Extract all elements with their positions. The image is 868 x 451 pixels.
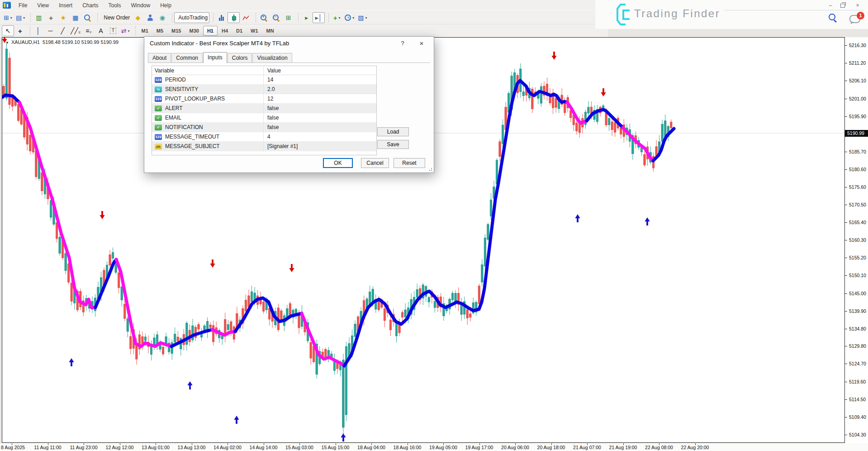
save-button[interactable]: Save [377, 140, 409, 149]
terminal-icon[interactable]: ▦ [69, 12, 81, 23]
tab-visualization[interactable]: Visualization [252, 53, 292, 62]
dialog-close-button[interactable]: × [416, 37, 427, 50]
strategy-tester-icon[interactable] [81, 12, 94, 23]
param-value[interactable]: false [263, 104, 376, 113]
menu-item-view[interactable]: View [32, 0, 54, 10]
timeframe-h4[interactable]: H4 [218, 26, 232, 36]
text-label-icon[interactable]: T [107, 25, 119, 36]
candle-body [327, 350, 329, 356]
timeframe-m15[interactable]: M15 [167, 26, 185, 36]
tab-about[interactable]: About [148, 53, 171, 62]
timeframe-h1[interactable]: H1 [203, 26, 218, 36]
param-value[interactable]: 12 [263, 94, 376, 103]
buy-arrow-icon [646, 221, 648, 226]
horizontal-line-icon[interactable]: ─ [44, 25, 57, 36]
cancel-button[interactable]: Cancel [361, 158, 389, 168]
tab-common[interactable]: Common [171, 53, 203, 62]
equidistant-channel-icon[interactable]: ╱╱E [69, 25, 83, 36]
param-name: EMAIL [165, 115, 181, 121]
periods-icon[interactable]: ▾ [343, 12, 356, 23]
data-window-icon[interactable]: + [45, 12, 57, 23]
new-chart-icon[interactable]: ⊞▾ [2, 12, 14, 23]
param-row-alert[interactable]: ✓ALERTfalse [152, 104, 376, 113]
dialog-resize-grip[interactable] [429, 168, 432, 171]
community-icon[interactable] [144, 12, 156, 23]
autotrading-button[interactable]: AutoTrading [174, 12, 209, 23]
timeframe-w1[interactable]: W1 [247, 26, 262, 36]
text-icon[interactable]: A [95, 25, 107, 36]
market-watch-icon[interactable]: ▥ [33, 12, 45, 23]
price-tick [845, 222, 847, 223]
param-value[interactable]: [Signaler #1] [263, 142, 376, 151]
close-window-button[interactable]: × [852, 2, 863, 9]
bar-chart-icon[interactable] [215, 12, 228, 23]
dialog-help-button[interactable]: ? [397, 37, 408, 50]
candle-body [209, 325, 211, 327]
tab-inputs[interactable]: Inputs [203, 52, 227, 63]
param-type-bool-icon: ✓ [155, 125, 162, 130]
buy-arrow-icon [341, 433, 346, 437]
menu-item-file[interactable]: File [14, 0, 32, 10]
menu-item-insert[interactable]: Insert [54, 0, 77, 10]
chevron-down-icon: ▾ [23, 16, 25, 20]
candlestick-icon[interactable] [228, 12, 240, 23]
line-chart-icon[interactable] [240, 12, 252, 23]
param-row-pivot_lookup_bars[interactable]: 123PIVOT_LOOKUP_BARS12 [152, 94, 376, 104]
timeframe-d1[interactable]: D1 [232, 26, 247, 36]
param-row-message_timeout[interactable]: 123MESSAGE_TIMEOUT4 [152, 132, 376, 142]
templates-icon[interactable]: ▧▾ [356, 12, 369, 23]
auto-scroll-icon[interactable]: ▸ [300, 12, 313, 23]
timeframe-m5[interactable]: M5 [152, 26, 167, 36]
indicators-icon[interactable]: +▾ [331, 12, 343, 23]
param-row-period[interactable]: 123PERIOD14 [152, 75, 376, 85]
param-value[interactable]: 4 [263, 132, 376, 141]
search-icon[interactable] [829, 14, 836, 21]
menu-item-charts[interactable]: Charts [77, 0, 103, 10]
param-type-bool-icon: ✓ [155, 106, 162, 111]
price-tick [845, 116, 847, 117]
reset-button[interactable]: Reset [394, 158, 425, 168]
tile-windows-icon[interactable]: ⊞ [282, 12, 294, 23]
zoom-in-icon[interactable]: + [258, 12, 270, 23]
restore-button[interactable] [840, 4, 845, 8]
minimize-button[interactable]: – [825, 2, 836, 9]
param-value[interactable]: false [263, 113, 376, 122]
crosshair-icon[interactable]: + [14, 25, 26, 36]
param-row-message_subject[interactable]: abMESSAGE_SUBJECT[Signaler #1] [152, 142, 376, 151]
param-row-sensitivity[interactable]: ½SENSITIVITY2.0 [152, 85, 376, 94]
vertical-line-icon[interactable]: │ [32, 25, 44, 36]
param-row-email[interactable]: ✓EMAILfalse [152, 113, 376, 123]
news-icon[interactable]: ◉ [156, 12, 168, 23]
tab-colors[interactable]: Colors [228, 53, 252, 62]
col-value: Value [263, 66, 376, 75]
menu-item-window[interactable]: Window [126, 0, 156, 10]
sell-arrow-icon [602, 88, 604, 93]
navigator-icon[interactable]: ★ [57, 12, 69, 23]
profiles-icon[interactable]: ▤▾ [14, 12, 27, 23]
time-label: 18 Aug 16:00 [394, 445, 422, 450]
timeframe-m1[interactable]: M1 [138, 26, 152, 36]
timeframe-mn[interactable]: MN [262, 26, 278, 36]
param-value[interactable]: 2.0 [263, 85, 376, 94]
fibonacci-icon[interactable]: ≡F [83, 25, 95, 36]
param-name: PIVOT_LOOKUP_BARS [165, 96, 225, 102]
timeframe-m30[interactable]: M30 [185, 26, 203, 36]
trendline-icon[interactable]: ╱ [57, 25, 69, 36]
zoom-out-icon[interactable]: − [270, 12, 282, 23]
param-value[interactable]: false [263, 123, 376, 132]
buy-arrow-icon [645, 217, 650, 221]
menu-item-tools[interactable]: Tools [104, 0, 126, 10]
cursor-icon[interactable]: ↖ [2, 25, 14, 36]
metaeditor-icon[interactable]: ◆ [132, 12, 144, 23]
sell-arrow-icon [212, 259, 213, 264]
chart-shift-icon[interactable]: ▸│ [313, 12, 325, 23]
candle-body [251, 292, 252, 302]
param-row-notification[interactable]: ✓NOTIFICATIONfalse [152, 123, 376, 132]
menu-item-help[interactable]: Help [155, 0, 176, 10]
ok-button[interactable]: OK [323, 158, 353, 168]
param-value[interactable]: 14 [263, 75, 376, 84]
arrows-icon[interactable]: ⇄▾ [119, 25, 132, 36]
new-order-button[interactable]: New Order [100, 12, 132, 23]
time-label: 22 Aug 20:00 [681, 445, 709, 450]
load-button[interactable]: Load [377, 127, 409, 136]
